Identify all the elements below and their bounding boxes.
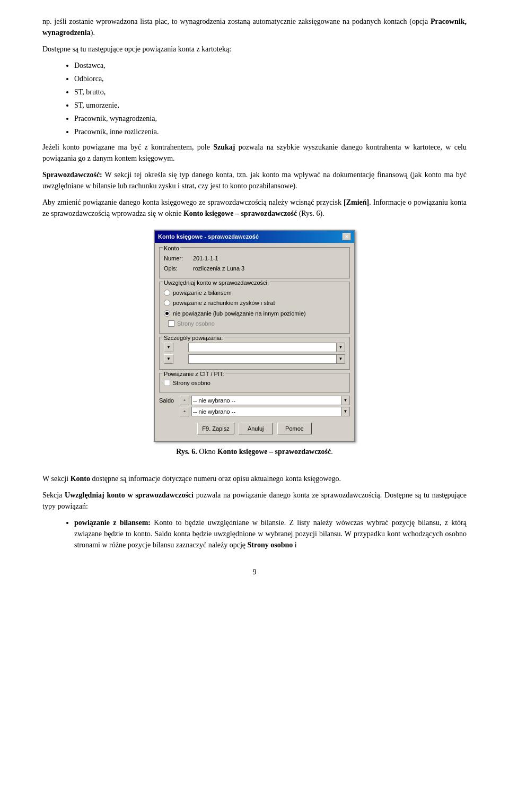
bilans-rest-end: i xyxy=(293,541,296,549)
radio-bilans-label: powiązanie z bilansem xyxy=(173,289,232,298)
numer-row: Numer: 201-1-1-1 xyxy=(164,254,345,263)
aby-bold2: Konto księgowe – sprawozdawczość xyxy=(183,209,297,217)
saldo-row1: Saldo + -- nie wybrano -- ▼ xyxy=(159,396,350,405)
list-item-bilans: powiązanie z bilansem: Konto to będzie u… xyxy=(74,517,467,551)
cancel-button[interactable]: Anuluj xyxy=(239,423,273,434)
caption-bold: Konto księgowe – sprawozdawczość xyxy=(217,448,331,456)
dostepne-text: Dostępne są tu następujące opcje powiąza… xyxy=(42,45,231,53)
strony-osobno-label: Strony osobno xyxy=(177,319,215,328)
saldo-dropdown1-arrow-icon[interactable]: ▼ xyxy=(341,396,349,405)
titlebar-buttons: × xyxy=(343,233,351,240)
szczegoly-section: Szczegóły powiązania: ▼ ▼ ▼ xyxy=(159,337,350,370)
cit-strony-osobno-row[interactable]: Strony osobno xyxy=(164,379,345,388)
radio-bilans[interactable] xyxy=(164,290,170,296)
saldo-dropdown2[interactable]: -- nie wybrano -- ▼ xyxy=(191,407,350,416)
szczegoly-dropdown1[interactable]: ▼ xyxy=(188,343,345,352)
jezeli-text: Jeżeli konto powiązane ma być z kontrahe… xyxy=(42,143,213,151)
intro-paragraph: np. jeśli zostanie wprowadzona lista pła… xyxy=(42,16,467,38)
list-item: Pracownik, wynagrodzenia, xyxy=(74,113,467,124)
caption-end: . xyxy=(331,448,333,456)
konto-section-inner: Numer: 201-1-1-1 Opis: rozliczenia z Lun… xyxy=(164,250,345,273)
radio-niepowiazane-row[interactable]: nie powiązanie (lub powiązanie na innym … xyxy=(164,309,345,318)
content-area: np. jeśli zostanie wprowadzona lista pła… xyxy=(42,16,467,578)
dropdown1-small-btn[interactable]: ▼ xyxy=(164,343,173,352)
saldo-section: Saldo + -- nie wybrano -- ▼ + xyxy=(159,396,350,416)
radio-niepowiazane[interactable] xyxy=(164,310,170,317)
page-number: 9 xyxy=(42,566,467,578)
intro-end: ). xyxy=(91,29,95,37)
caption-prefix: Rys. 6. xyxy=(176,448,197,456)
bullet-list-2: powiązanie z bilansem: Konto to będzie u… xyxy=(74,517,467,551)
cit-pit-section: Powiązanie z CIT / PIT: Strony osobno xyxy=(159,373,350,393)
radio-niepowiazane-label: nie powiązanie (lub powiązanie na innym … xyxy=(173,309,306,318)
close-icon[interactable]: × xyxy=(343,233,351,240)
figure-caption: Rys. 6. Okno Konto księgowe – sprawozdaw… xyxy=(176,446,332,457)
jezeli-paragraph: Jeżeli konto powiązane ma być z kontrahe… xyxy=(42,142,467,164)
strony-osobno-checkbox[interactable] xyxy=(168,320,174,327)
list-item: Pracownik, inne rozliczenia. xyxy=(74,126,467,137)
w-sekcji-bold: Konto xyxy=(71,475,90,483)
numer-label: Numer: xyxy=(164,254,193,263)
caption-text: Okno xyxy=(197,448,217,456)
dropdown2-arrow-icon[interactable]: ▼ xyxy=(336,355,345,363)
uwzgledniaj-section-label: Uwzględniaj konto w sprawozdawczości: xyxy=(163,278,270,287)
dropdown2-small-btn[interactable]: ▼ xyxy=(164,354,173,364)
radio-rachunek-label: powiązanie z rachunkiem zysków i strat xyxy=(173,299,275,308)
szczegoly-inner: ▼ ▼ ▼ ▼ xyxy=(164,339,345,364)
sekcja-uwzgl-bold: Uwzględniaj konto w sprawozdawczości xyxy=(65,491,194,499)
list-item: ST, umorzenie, xyxy=(74,100,467,111)
dialog-box: Konto księgowe - sprawozdawczość × Konto… xyxy=(154,230,355,442)
sprawozdawczosc-bold: Sprawozdawczość: xyxy=(42,171,102,179)
w-sekcji-paragraph: W sekcji Konto dostępne są informacje do… xyxy=(42,473,467,484)
radio-bilans-row[interactable]: powiązanie z bilansem xyxy=(164,289,345,298)
saldo-row2: + -- nie wybrano -- ▼ xyxy=(159,407,350,416)
jezeli-bold: Szukaj xyxy=(213,143,235,151)
saldo-dropdown2-arrow-icon[interactable]: ▼ xyxy=(341,407,349,416)
szczegoly-dropdown2-row: ▼ ▼ xyxy=(164,354,345,364)
dialog-titlebar: Konto księgowe - sprawozdawczość × xyxy=(155,231,354,243)
save-button[interactable]: F9. Zapisz xyxy=(197,423,234,434)
strony-osobno-row[interactable]: Strony osobno xyxy=(168,319,345,328)
list-item: Odbiorca, xyxy=(74,73,467,84)
dialog-title: Konto księgowe - sprawozdawczość xyxy=(158,232,259,241)
bullet-list-1: Dostawca, Odbiorca, ST, brutto, ST, umor… xyxy=(74,60,467,137)
sprawozdawczosc-paragraph: Sprawozdawczość: W sekcji tej określa si… xyxy=(42,169,467,191)
sekcja-uwzgl-paragraph: Sekcja Uwzględniaj konto w sprawozdawczo… xyxy=(42,490,467,512)
dostepne-paragraph: Dostępne są tu następujące opcje powiąza… xyxy=(42,43,467,55)
uwzgledniaj-inner: powiązanie z bilansem powiązanie z rachu… xyxy=(164,284,345,328)
saldo-label: Saldo xyxy=(159,396,178,405)
uwzgledniaj-section: Uwzględniaj konto w sprawozdawczości: po… xyxy=(159,282,350,334)
w-sekcji-text: W sekcji xyxy=(42,475,71,483)
szczegoly-section-label: Szczegóły powiązania: xyxy=(163,334,224,343)
opis-label: Opis: xyxy=(164,264,193,273)
bilans-bold: powiązanie z bilansem: xyxy=(74,519,151,527)
radio-rachunek-row[interactable]: powiązanie z rachunkiem zysków i strat xyxy=(164,299,345,308)
cit-strony-osobno-label: Strony osobno xyxy=(173,379,210,388)
list-item: Dostawca, xyxy=(74,60,467,71)
help-button[interactable]: Pomoc xyxy=(277,423,312,434)
radio-rachunek[interactable] xyxy=(164,300,170,306)
saldo-sign2[interactable]: + xyxy=(180,407,189,416)
szczegoly-dropdown1-row: ▼ ▼ xyxy=(164,343,345,352)
intro-text: np. jeśli zostanie wprowadzona lista pła… xyxy=(42,18,431,25)
aby-end: (Rys. 6). xyxy=(297,209,324,217)
saldo-dropdown2-value: -- nie wybrano -- xyxy=(193,407,235,416)
cit-strony-osobno-checkbox[interactable] xyxy=(164,380,170,386)
dropdown1-arrow-icon[interactable]: ▼ xyxy=(336,343,345,352)
saldo-dropdown1[interactable]: -- nie wybrano -- ▼ xyxy=(191,396,350,405)
konto-section-label: Konto xyxy=(163,244,180,253)
bilans-rest-bold: Strony osobno xyxy=(248,541,293,549)
figure-container: Konto księgowe - sprawozdawczość × Konto… xyxy=(42,230,467,462)
dialog-buttons: F9. Zapisz Anuluj Pomoc xyxy=(159,421,350,436)
saldo-dropdown1-value: -- nie wybrano -- xyxy=(193,396,235,405)
aby-text: Aby zmienić powiązanie danego konta księ… xyxy=(42,198,344,206)
cit-pit-label: Powiązanie z CIT / PIT: xyxy=(163,370,225,379)
saldo-sign1[interactable]: + xyxy=(180,396,189,405)
opis-row: Opis: rozliczenia z Luna 3 xyxy=(164,264,345,273)
opis-value: rozliczenia z Luna 3 xyxy=(193,264,345,273)
w-sekcji-rest: dostępne są informacje dotyczące numeru … xyxy=(90,475,341,483)
konto-section: Konto Numer: 201-1-1-1 Opis: rozliczenia… xyxy=(159,247,350,278)
szczegoly-dropdown2[interactable]: ▼ xyxy=(188,354,345,364)
sekcja-uwzgl-text: Sekcja xyxy=(42,491,65,499)
numer-value: 201-1-1-1 xyxy=(193,254,345,263)
